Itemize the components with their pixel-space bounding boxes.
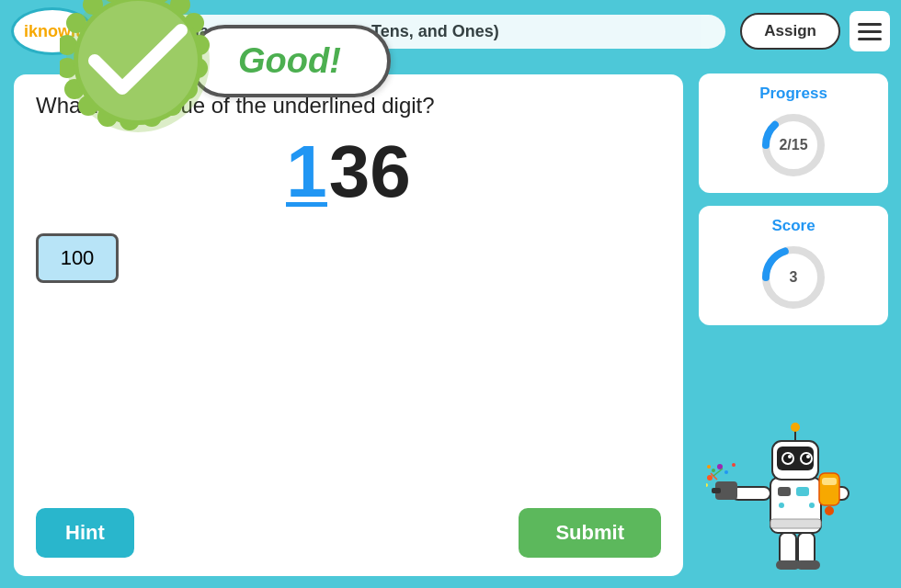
svg-rect-58 <box>822 478 837 485</box>
remaining-digits: 36 <box>329 135 411 209</box>
progress-box: Progress 2/15 <box>697 72 890 195</box>
score-box: Score 3 <box>697 204 890 327</box>
svg-point-38 <box>791 423 800 432</box>
menu-line-2 <box>858 30 882 33</box>
menu-line-1 <box>858 23 882 26</box>
svg-rect-28 <box>770 519 821 528</box>
svg-point-60 <box>809 503 815 508</box>
svg-rect-53 <box>798 533 815 565</box>
main-content: What is the value of the underlined digi… <box>0 62 901 588</box>
svg-point-34 <box>802 454 811 463</box>
svg-point-36 <box>806 455 810 458</box>
assign-button[interactable]: Assign <box>740 13 840 50</box>
score-value: 3 <box>757 241 830 314</box>
underlined-digit: 1 <box>286 135 327 209</box>
svg-rect-52 <box>780 533 796 565</box>
svg-rect-27 <box>796 487 809 496</box>
score-donut: 3 <box>757 241 830 314</box>
svg-point-59 <box>779 503 784 508</box>
hint-button[interactable]: Hint <box>36 508 134 558</box>
menu-line-3 <box>858 38 882 40</box>
svg-point-47 <box>732 463 736 467</box>
svg-rect-26 <box>778 487 791 496</box>
checkmark-badge <box>60 0 216 139</box>
left-panel: What is the value of the underlined digi… <box>11 72 686 579</box>
menu-button[interactable] <box>850 11 890 51</box>
progress-label: Progress <box>759 85 827 103</box>
svg-point-35 <box>788 455 792 458</box>
svg-rect-39 <box>732 487 770 500</box>
answer-input[interactable] <box>36 233 119 283</box>
svg-point-33 <box>783 454 793 463</box>
svg-rect-41 <box>712 488 721 493</box>
svg-point-48 <box>707 465 711 469</box>
svg-point-43 <box>706 483 708 487</box>
robot-container <box>697 336 890 579</box>
feedback-label: Good! <box>188 25 391 97</box>
svg-rect-55 <box>796 560 820 570</box>
robot-illustration <box>706 413 881 579</box>
feedback-badge: Good! <box>60 0 391 139</box>
number-display: 136 <box>36 135 661 209</box>
bottom-bar: Hint Submit <box>36 493 661 558</box>
svg-point-46 <box>724 470 728 474</box>
svg-point-42 <box>707 475 713 481</box>
progress-donut: 2/15 <box>757 108 830 182</box>
svg-point-57 <box>825 506 834 515</box>
right-panel: Progress 2/15 Score <box>697 72 890 579</box>
answer-row <box>36 231 661 286</box>
score-label: Score <box>771 217 815 235</box>
svg-point-44 <box>712 469 715 472</box>
submit-button[interactable]: Submit <box>519 508 661 558</box>
progress-value: 2/15 <box>757 108 830 182</box>
header-right: Assign <box>740 11 890 51</box>
